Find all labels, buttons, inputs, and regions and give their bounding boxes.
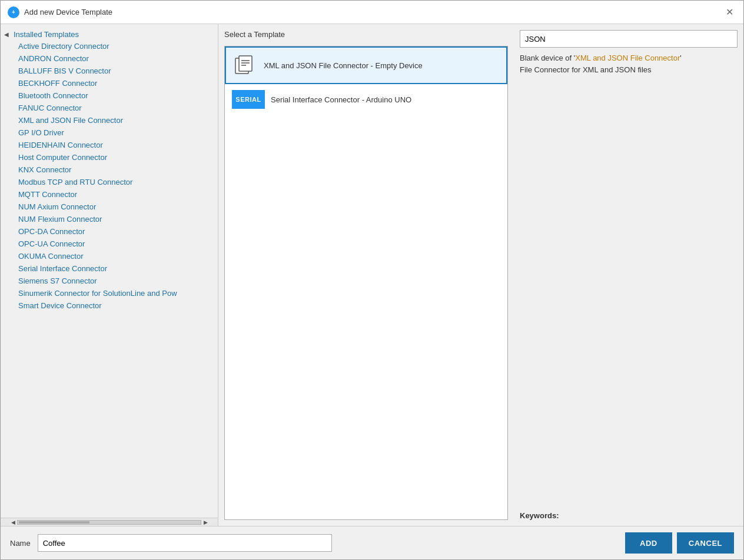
- cancel-button[interactable]: CANCEL: [677, 532, 734, 554]
- tree-item-label-11: Modbus TCP and RTU Connector: [18, 178, 132, 186]
- desc-suffix: ': [680, 54, 681, 62]
- tree-item-label-20: Sinumerik Connector for SolutionLine and…: [18, 289, 177, 298]
- tree-area: ◀ Installed Templates Active Directory C…: [1, 24, 218, 518]
- template-xml-json-label: XML and JSON File Connector - Empty Devi…: [264, 61, 423, 70]
- tree-item-1[interactable]: ANDRON Connector: [1, 52, 218, 65]
- tree-item-label-13: NUM Axium Connector: [18, 202, 96, 211]
- tree-item-18[interactable]: Serial Interface Connector: [1, 262, 218, 275]
- title-bar: + Add new Device Template ✕: [1, 1, 743, 24]
- dialog-title: Add new Device Template: [24, 8, 112, 16]
- tree-item-17[interactable]: OKUMA Connector: [1, 250, 218, 262]
- hscroll-right-arrow[interactable]: ▶: [201, 518, 210, 526]
- tree-item-8[interactable]: HEIDENHAIN Connector: [1, 139, 218, 151]
- tree-item-2[interactable]: BALLUFF BIS V Connector: [1, 65, 218, 77]
- tree-item-label-12: MQTT Connector: [18, 190, 77, 199]
- tree-item-13[interactable]: NUM Axium Connector: [1, 201, 218, 213]
- template-item-serial[interactable]: SERIAL Serial Interface Connector - Ardu…: [225, 84, 507, 115]
- desc-line2: File Connector for XML and JSON files: [520, 65, 652, 74]
- tree-item-label-9: Host Computer Connector: [18, 153, 107, 162]
- description-area: Blank device of 'XML and JSON File Conne…: [520, 52, 738, 506]
- tree-item-0[interactable]: Active Directory Connector: [1, 40, 218, 52]
- bottom-bar: Name ADD CANCEL: [1, 526, 743, 559]
- tree-item-10[interactable]: KNX Connector: [1, 164, 218, 176]
- tree-item-label-4: Bluetooth Connector: [18, 91, 88, 100]
- template-serial-label: Serial Interface Connector - Arduino UNO: [271, 95, 411, 104]
- close-button[interactable]: ✕: [722, 5, 736, 19]
- name-input[interactable]: [38, 534, 332, 552]
- tree-children: Active Directory ConnectorANDRON Connect…: [1, 40, 218, 312]
- add-button[interactable]: ADD: [625, 532, 672, 554]
- tree-item-14[interactable]: NUM Flexium Connector: [1, 213, 218, 225]
- tree-item-label-3: BECKHOFF Connector: [18, 79, 97, 88]
- tree-item-4[interactable]: Bluetooth Connector: [1, 89, 218, 102]
- svg-rect-1: [239, 56, 252, 71]
- search-input[interactable]: [520, 30, 738, 48]
- tree-item-label-18: Serial Interface Connector: [18, 264, 107, 273]
- desc-prefix: Blank device of ': [520, 54, 575, 62]
- hscroll-thumb: [19, 521, 89, 524]
- tree-item-label-10: KNX Connector: [18, 165, 71, 174]
- select-template-label: Select a Template: [224, 30, 508, 41]
- hscroll-bar: ◀ ▶: [1, 518, 218, 526]
- collapse-arrow: ◀: [4, 31, 11, 38]
- tree-scroll[interactable]: ◀ Installed Templates Active Directory C…: [1, 24, 218, 518]
- dialog: + Add new Device Template ✕ ◀ Installed …: [0, 0, 744, 560]
- tree-item-16[interactable]: OPC-UA Connector: [1, 238, 218, 250]
- tree-item-label-19: Siemens S7 Connector: [18, 276, 97, 285]
- middle-panel: Select a Template XML and J: [218, 24, 514, 526]
- tree-item-6[interactable]: XML and JSON File Connector: [1, 114, 218, 126]
- tree-item-21[interactable]: Smart Device Connector: [1, 299, 218, 312]
- tree-item-label-1: ANDRON Connector: [18, 54, 89, 63]
- tree-item-9[interactable]: Host Computer Connector: [1, 151, 218, 164]
- title-bar-left: + Add new Device Template: [8, 6, 112, 18]
- tree-item-11[interactable]: Modbus TCP and RTU Connector: [1, 176, 218, 188]
- tree-item-7[interactable]: GP I/O Driver: [1, 126, 218, 139]
- template-item-xml-json[interactable]: XML and JSON File Connector - Empty Devi…: [225, 46, 507, 84]
- tree-root-installed-templates[interactable]: ◀ Installed Templates: [1, 29, 218, 40]
- tree-item-label-21: Smart Device Connector: [18, 301, 102, 310]
- tree-item-12[interactable]: MQTT Connector: [1, 188, 218, 201]
- tree-item-5[interactable]: FANUC Connector: [1, 102, 218, 114]
- hscroll-left-arrow[interactable]: ◀: [9, 518, 17, 526]
- name-label: Name: [10, 539, 31, 548]
- tree-item-20[interactable]: Sinumerik Connector for SolutionLine and…: [1, 287, 218, 299]
- tree-item-label-15: OPC-DA Connector: [18, 227, 85, 236]
- template-list[interactable]: XML and JSON File Connector - Empty Devi…: [224, 46, 508, 520]
- xml-json-icon: [232, 52, 258, 78]
- tree-item-label-2: BALLUFF BIS V Connector: [18, 66, 111, 75]
- hscroll-track: [17, 520, 201, 525]
- tree-item-3[interactable]: BECKHOFF Connector: [1, 77, 218, 89]
- tree-item-label-17: OKUMA Connector: [18, 252, 84, 261]
- tree-item-label-7: GP I/O Driver: [18, 128, 64, 137]
- tree-item-label-16: OPC-UA Connector: [18, 239, 85, 248]
- desc-link[interactable]: XML and JSON File Connector: [575, 54, 680, 62]
- tree-item-label-8: HEIDENHAIN Connector: [18, 141, 103, 149]
- tree-item-label-14: NUM Flexium Connector: [18, 215, 102, 224]
- keywords-label: Keywords:: [520, 511, 559, 520]
- tree-item-15[interactable]: OPC-DA Connector: [1, 225, 218, 238]
- keywords-row: Keywords:: [520, 511, 738, 520]
- tree-item-label-0: Active Directory Connector: [18, 42, 109, 51]
- serial-icon: SERIAL: [232, 90, 265, 109]
- main-content: ◀ Installed Templates Active Directory C…: [1, 24, 743, 526]
- right-panel: Blank device of 'XML and JSON File Conne…: [514, 24, 743, 526]
- app-icon: +: [8, 6, 19, 18]
- tree-item-label-6: XML and JSON File Connector: [18, 116, 123, 125]
- tree-root-label: Installed Templates: [14, 30, 79, 39]
- left-panel: ◀ Installed Templates Active Directory C…: [1, 24, 218, 526]
- tree-item-19[interactable]: Siemens S7 Connector: [1, 275, 218, 287]
- tree-item-label-5: FANUC Connector: [18, 104, 82, 112]
